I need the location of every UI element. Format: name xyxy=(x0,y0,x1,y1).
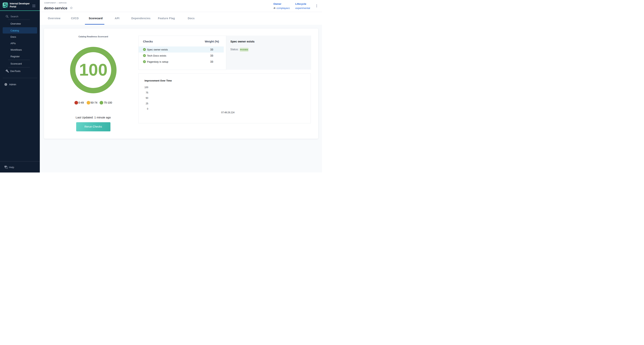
svg-text:?: ? xyxy=(5,166,6,167)
